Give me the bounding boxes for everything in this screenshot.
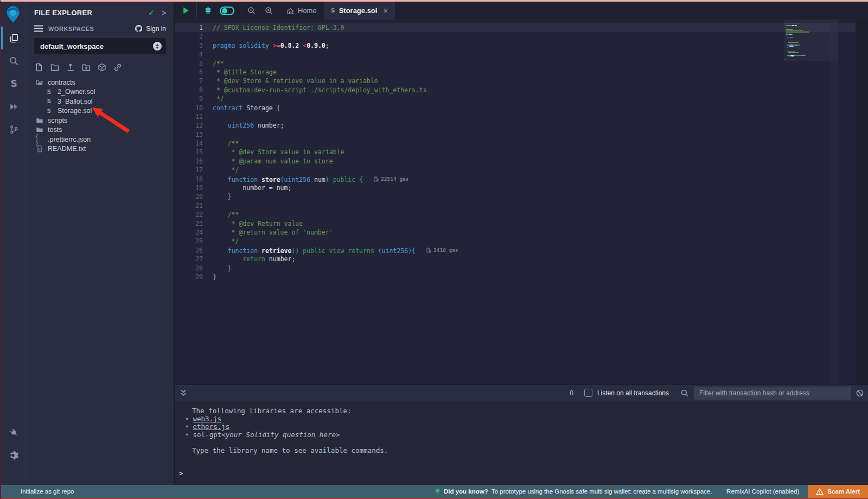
library-link-web3-js[interactable]: web3.js: [193, 415, 222, 424]
box-icon[interactable]: [98, 63, 106, 72]
file-tree-item-storage-sol[interactable]: SStorage.sol: [25, 106, 174, 116]
new-file-icon[interactable]: [35, 63, 43, 72]
iconbar-items: S: [1, 27, 25, 141]
code-line-20[interactable]: 20 }: [175, 192, 868, 201]
file-tree-item--prettierrc-json[interactable]: { }.prettierrc.json: [25, 135, 174, 144]
file-tree-item-scripts[interactable]: scripts: [25, 116, 174, 125]
code-line-10[interactable]: 10contract Storage {: [175, 104, 868, 112]
collapse-terminal-icon[interactable]: [180, 389, 187, 396]
sidebar-item-settings[interactable]: [1, 444, 25, 466]
line-number: 13: [175, 130, 203, 139]
editor-scrollbar[interactable]: [830, 20, 838, 384]
code-line-26[interactable]: 26 function retrieve() public view retur…: [175, 246, 868, 255]
terminal-line: •ethers.js: [175, 423, 868, 431]
chevron-right-icon[interactable]: >: [162, 9, 166, 17]
run-script-button[interactable]: [180, 5, 191, 16]
code-line-19[interactable]: 19 number = num;: [175, 184, 868, 192]
sidebar-item-file-explorer[interactable]: [1, 27, 25, 49]
transaction-filter-input[interactable]: [694, 387, 851, 400]
file-label: Storage.sol: [58, 107, 92, 115]
editor-right-rail: [856, 20, 868, 384]
check-icon: ✓: [149, 9, 155, 17]
code-line-7[interactable]: 7 * @dev Store & retrieve value in a var…: [175, 77, 868, 85]
code-line-13[interactable]: 13: [175, 130, 868, 139]
sidebar-item-solidity-compiler[interactable]: S: [1, 72, 25, 95]
zoom-in-icon[interactable]: [263, 5, 274, 16]
code-line-11[interactable]: 11: [175, 112, 868, 121]
code-line-8[interactable]: 8 * @custom:dev-run-script ./scripts/dep…: [175, 86, 868, 94]
copilot-toggle[interactable]: [220, 7, 234, 15]
minimap[interactable]: [786, 22, 830, 60]
code-line-27[interactable]: 27 return number;: [175, 255, 868, 263]
file-tree-item-tests[interactable]: tests: [25, 125, 174, 135]
lightbulb-icon: [435, 488, 441, 496]
line-number: 2: [175, 32, 203, 41]
sidebar-item-git[interactable]: [1, 118, 25, 141]
terminal[interactable]: The following libraries are accessible:•…: [175, 401, 868, 485]
listen-transactions-checkbox[interactable]: [584, 389, 592, 397]
code-line-29[interactable]: 29}: [175, 273, 868, 281]
git-init-status[interactable]: Initialize as git repo: [1, 488, 74, 495]
code-line-6[interactable]: 6 * @title Storage: [175, 68, 868, 77]
file-tree-item-2-owner-sol[interactable]: S2_Owner.sol: [25, 87, 174, 97]
line-number: 1: [175, 23, 203, 32]
scam-alert-button[interactable]: Scam Alert: [808, 485, 868, 498]
code-line-12[interactable]: 12 uint256 number;: [175, 121, 868, 130]
code-line-4[interactable]: 4: [175, 50, 868, 59]
sidebar-item-plugin-manager[interactable]: [1, 421, 25, 444]
sign-in-button[interactable]: Sign in: [135, 24, 166, 33]
code-line-14[interactable]: 14 /**: [175, 139, 868, 148]
code-line-17[interactable]: 17 */: [175, 166, 868, 174]
line-number: 3: [175, 41, 203, 50]
home-icon: [286, 7, 294, 15]
upload-folder-icon[interactable]: [82, 63, 91, 72]
hamburger-menu-icon[interactable]: [34, 25, 43, 32]
code-line-15[interactable]: 15 * @dev Store value in variable: [175, 148, 868, 156]
code-line-2[interactable]: 2: [175, 32, 868, 41]
upload-file-icon[interactable]: [66, 63, 75, 72]
search-icon[interactable]: [681, 389, 688, 397]
code-line-21[interactable]: 21: [175, 201, 868, 210]
code-line-3[interactable]: 3pragma solidity >=0.8.2 <0.9.0;: [175, 41, 868, 50]
code-line-23[interactable]: 23 * @dev Return value: [175, 219, 868, 228]
file-tree-item-contracts[interactable]: contracts: [25, 78, 174, 87]
terminal-prompt[interactable]: >: [175, 469, 868, 485]
line-number: 26: [175, 246, 203, 255]
sidebar-item-deploy-run[interactable]: [1, 95, 25, 118]
file-tree-item-3-ballot-sol[interactable]: S3_Ballot.sol: [25, 97, 174, 106]
code-editor[interactable]: 1// SPDX-License-Identifier: GPL-3.023pr…: [175, 20, 868, 384]
code-line-16[interactable]: 16 * @param num value to store: [175, 157, 868, 166]
code-line-22[interactable]: 22 /**: [175, 210, 868, 219]
tab-storage-sol[interactable]: S Storage.sol ×: [324, 2, 395, 20]
code-line-5[interactable]: 5/**: [175, 59, 868, 68]
code-line-1[interactable]: 1// SPDX-License-Identifier: GPL-3.0: [175, 23, 868, 32]
zoom-out-icon[interactable]: [246, 5, 257, 16]
clear-console-icon[interactable]: [856, 389, 864, 397]
close-tab-icon[interactable]: ×: [383, 6, 388, 15]
terminal-line: The following libraries are accessible:: [175, 407, 868, 415]
new-folder-icon[interactable]: [50, 63, 59, 72]
code-line-24[interactable]: 24 * @return value of 'number': [175, 228, 868, 237]
library-link-ethers-js[interactable]: ethers.js: [193, 423, 230, 431]
file-tree-item-readme-txt[interactable]: README.txt: [25, 144, 174, 154]
remix-logo[interactable]: [1, 2, 25, 27]
code-line-9[interactable]: 9 */: [175, 94, 868, 103]
copilot-status[interactable]: RemixAI Copilot (enabled): [726, 488, 799, 495]
remix-ai-robot-icon[interactable]: [202, 5, 213, 16]
terminal-line: •sol-gpt <your Solidity question here>: [175, 431, 868, 439]
sidebar-item-search[interactable]: [1, 49, 25, 72]
code-line-28[interactable]: 28 }: [175, 264, 868, 273]
line-number: 28: [175, 264, 203, 273]
link-icon[interactable]: [113, 63, 122, 72]
github-icon: [135, 24, 143, 33]
line-number: 17: [175, 166, 203, 174]
line-number: 27: [175, 255, 203, 263]
code-line-18[interactable]: 18 function store(uint256 num) public {2…: [175, 175, 868, 184]
code-line-25[interactable]: 25 */: [175, 237, 868, 245]
terminal-header: 0 Listen on all transactions: [175, 384, 868, 401]
workspace-select[interactable]: default_workspace: [34, 38, 166, 54]
line-number: 8: [175, 86, 203, 94]
tab-home[interactable]: Home: [279, 2, 324, 20]
file-label: scripts: [48, 117, 67, 124]
workspaces-label: WORKSPACES: [48, 26, 94, 32]
